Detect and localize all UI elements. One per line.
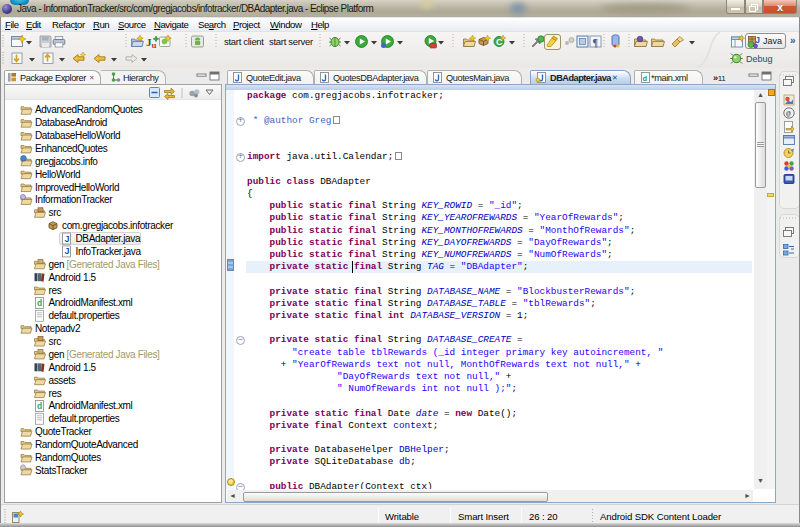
svg-text:J: J — [65, 234, 70, 244]
svg-text:J: J — [65, 246, 70, 256]
svg-text:J: J — [755, 35, 760, 45]
svg-text:@: @ — [786, 109, 791, 118]
svg-text:d: d — [643, 74, 648, 83]
svg-text:¶: ¶ — [593, 37, 598, 48]
svg-text:d: d — [37, 298, 42, 308]
svg-text:d: d — [37, 401, 42, 411]
